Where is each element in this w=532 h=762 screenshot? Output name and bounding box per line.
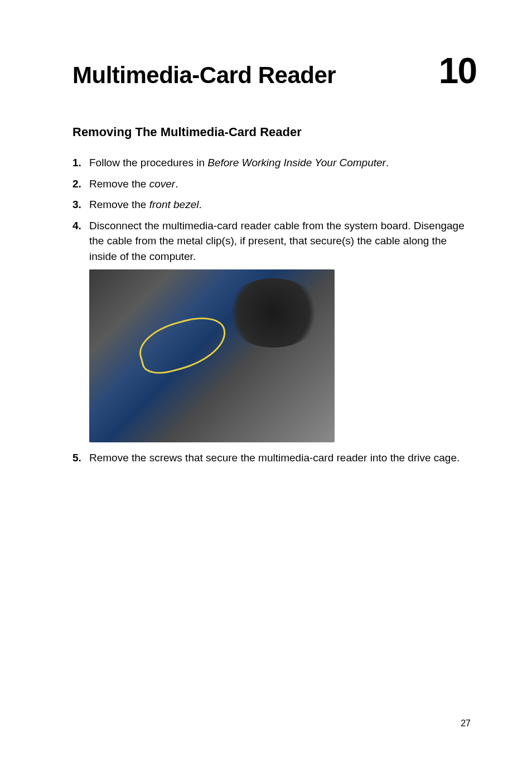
- step-3: 3. Remove the front bezel.: [72, 197, 476, 213]
- step-link[interactable]: Before Working Inside Your Computer: [207, 157, 386, 168]
- step-text: Disconnect the multimedia-card reader ca…: [89, 218, 476, 264]
- step-number: 5.: [72, 450, 89, 466]
- step-1: 1. Follow the procedures in Before Worki…: [72, 155, 476, 171]
- step-suffix: .: [199, 199, 201, 210]
- chapter-title: Multimedia-Card Reader: [72, 62, 336, 89]
- step-suffix: .: [175, 178, 178, 190]
- step-4: 4. Disconnect the multimedia-card reader…: [72, 218, 476, 264]
- step-5: 5. Remove the screws that secure the mul…: [72, 450, 476, 466]
- step-number: 2.: [72, 176, 89, 192]
- steps-list: 1. Follow the procedures in Before Worki…: [72, 155, 476, 264]
- step-prefix: Remove the: [89, 178, 149, 190]
- step-text: Remove the screws that secure the multim…: [89, 450, 476, 466]
- chapter-number: 10: [439, 50, 476, 91]
- step-number: 4.: [72, 218, 89, 264]
- step-text: Remove the cover.: [89, 176, 476, 192]
- step-text: Remove the front bezel.: [89, 197, 476, 213]
- step-number: 3.: [72, 197, 89, 213]
- page-number: 27: [461, 718, 471, 729]
- step-2: 2. Remove the cover.: [72, 176, 476, 192]
- step-number: 1.: [72, 155, 89, 171]
- step-link[interactable]: cover: [149, 178, 175, 190]
- step-link[interactable]: front bezel: [149, 199, 199, 210]
- computer-internals-image: [89, 269, 335, 442]
- section-title: Removing The Multimedia-Card Reader: [72, 125, 476, 139]
- step-prefix: Remove the: [89, 199, 149, 210]
- step-text: Follow the procedures in Before Working …: [89, 155, 476, 171]
- step-prefix: Follow the procedures in: [89, 157, 207, 168]
- steps-list-continued: 5. Remove the screws that secure the mul…: [72, 450, 476, 466]
- step-suffix: .: [386, 157, 389, 168]
- page-content: Multimedia-Card Reader 10 Removing The M…: [0, 0, 532, 466]
- chapter-header: Multimedia-Card Reader 10: [72, 50, 476, 91]
